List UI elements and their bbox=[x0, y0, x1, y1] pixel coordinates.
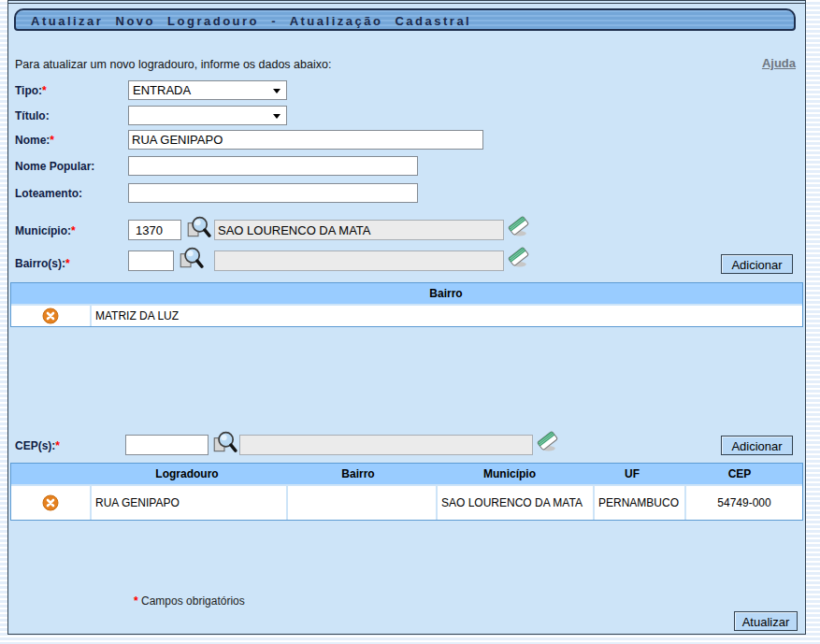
help-link[interactable]: Ajuda bbox=[762, 56, 796, 70]
delete-icon[interactable] bbox=[42, 494, 59, 511]
intro-text: Para atualizar um novo logradouro, infor… bbox=[15, 58, 331, 71]
bairro-table-header: Bairro bbox=[11, 283, 802, 304]
cep-name-field bbox=[239, 435, 533, 455]
search-icon[interactable] bbox=[185, 215, 211, 240]
form-window: Atualizar Novo Logradouro - Atualização … bbox=[7, 0, 806, 635]
required-note-text: Campos obrigatórios bbox=[141, 594, 245, 608]
eraser-icon[interactable] bbox=[507, 245, 530, 269]
atualizar-button[interactable]: Atualizar bbox=[734, 611, 798, 631]
window-top-divider bbox=[8, 3, 805, 4]
bairro-column-header: Bairro bbox=[284, 464, 432, 484]
cep-table-header: Logradouro Bairro Município UF CEP bbox=[11, 464, 802, 484]
bairro-code-input[interactable] bbox=[128, 250, 174, 271]
bairro-table: Bairro MATRIZ DA LUZ bbox=[10, 282, 803, 327]
required-asterisk: * bbox=[50, 134, 54, 147]
search-icon[interactable] bbox=[178, 246, 204, 271]
bairro-cell: MATRIZ DA LUZ bbox=[92, 306, 802, 326]
eraser-icon[interactable] bbox=[507, 214, 530, 238]
municipio-name-field bbox=[214, 220, 504, 240]
delete-icon[interactable] bbox=[42, 308, 59, 324]
ceps-label: CEP(s):* bbox=[15, 439, 60, 452]
required-asterisk: * bbox=[42, 84, 47, 97]
uf-column-header: UF bbox=[587, 464, 677, 484]
tipo-label: Tipo:* bbox=[15, 84, 47, 97]
header-spacer bbox=[11, 464, 90, 484]
logradouro-column-header: Logradouro bbox=[90, 464, 284, 484]
cep-column-header: CEP bbox=[677, 464, 802, 484]
municipio-label-text: Município: bbox=[15, 224, 71, 237]
titulo-select[interactable] bbox=[128, 106, 287, 125]
nome-popular-input[interactable] bbox=[128, 156, 418, 176]
bairros-label-text: Bairro(s): bbox=[15, 257, 65, 270]
logradouro-cell: RUA GENIPAPO bbox=[92, 486, 286, 520]
delete-cell bbox=[11, 306, 90, 326]
chevron-down-icon bbox=[273, 89, 281, 93]
municipio-column-header: Município bbox=[432, 464, 587, 484]
ceps-label-text: CEP(s): bbox=[15, 439, 55, 452]
search-icon[interactable] bbox=[211, 430, 237, 455]
bairro-cell bbox=[288, 486, 436, 520]
table-row: MATRIZ DA LUZ bbox=[11, 306, 802, 326]
add-cep-button[interactable]: Adicionar bbox=[721, 436, 793, 455]
required-note: * Campos obrigatórios bbox=[134, 594, 245, 608]
municipio-cell: SAO LOURENCO DA MATA bbox=[438, 486, 593, 520]
nome-input[interactable] bbox=[128, 130, 483, 150]
municipio-label: Município:* bbox=[15, 224, 76, 237]
cep-cell: 54749-000 bbox=[686, 486, 802, 520]
eraser-icon[interactable] bbox=[536, 429, 559, 453]
tipo-select-value: ENTRADA bbox=[133, 83, 191, 97]
nome-popular-label: Nome Popular: bbox=[15, 160, 94, 173]
municipio-code-input[interactable] bbox=[128, 220, 181, 240]
nome-label: Nome:* bbox=[15, 134, 54, 147]
delete-cell bbox=[11, 486, 90, 520]
bairro-column-header: Bairro bbox=[90, 283, 802, 304]
required-asterisk: * bbox=[65, 257, 70, 270]
required-asterisk: * bbox=[134, 594, 138, 608]
add-bairro-button[interactable]: Adicionar bbox=[721, 254, 793, 274]
tipo-label-text: Tipo: bbox=[15, 84, 42, 97]
nome-label-text: Nome: bbox=[15, 134, 50, 147]
bairro-name-field bbox=[214, 250, 504, 271]
header-spacer bbox=[11, 283, 90, 304]
tipo-select[interactable]: ENTRADA bbox=[128, 80, 287, 100]
cep-code-input[interactable] bbox=[125, 435, 209, 455]
loteamento-input[interactable] bbox=[128, 183, 418, 203]
chevron-down-icon bbox=[273, 114, 281, 119]
uf-cell: PERNAMBUCO bbox=[595, 486, 684, 520]
bairros-label: Bairro(s):* bbox=[15, 257, 70, 270]
loteamento-label: Loteamento: bbox=[15, 187, 82, 200]
required-asterisk: * bbox=[71, 224, 76, 237]
table-row: RUA GENIPAPO SAO LOURENCO DA MATA PERNAM… bbox=[11, 486, 802, 520]
titulo-label: Título: bbox=[15, 109, 50, 122]
page-title: Atualizar Novo Logradouro - Atualização … bbox=[14, 8, 796, 31]
required-asterisk: * bbox=[55, 439, 60, 452]
cep-table: Logradouro Bairro Município UF CEP RUA G… bbox=[10, 463, 803, 521]
